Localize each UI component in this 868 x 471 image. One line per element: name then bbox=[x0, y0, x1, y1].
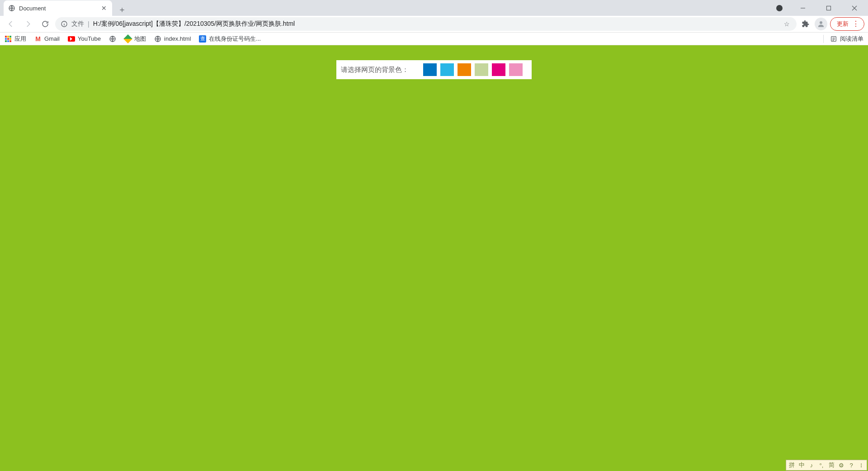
bookmark-label: 应用 bbox=[14, 35, 26, 43]
ime-item[interactable]: ⚙ bbox=[838, 462, 845, 469]
globe-icon bbox=[109, 35, 116, 43]
ime-item[interactable]: 中 bbox=[798, 461, 805, 469]
ime-item[interactable]: 简 bbox=[828, 461, 835, 469]
ime-item[interactable]: ⁞ bbox=[858, 462, 865, 469]
site-info-icon[interactable] bbox=[61, 20, 68, 28]
maps-icon bbox=[124, 35, 132, 43]
bookmark-label: 地图 bbox=[134, 35, 146, 43]
browser-tab-active[interactable]: Document ✕ bbox=[4, 0, 112, 16]
forward-button[interactable] bbox=[21, 17, 35, 31]
address-bar[interactable]: 文件 | H:/案例/06[javascript]【潘珠荧】/20210305/… bbox=[55, 17, 797, 31]
bookmark-label: YouTube bbox=[78, 35, 101, 42]
close-icon[interactable]: ✕ bbox=[100, 5, 108, 12]
globe-icon bbox=[154, 35, 161, 43]
toolbar: 文件 | H:/案例/06[javascript]【潘珠荧】/20210305/… bbox=[0, 16, 868, 33]
reload-button[interactable] bbox=[38, 17, 52, 31]
globe-icon bbox=[8, 5, 15, 12]
bookmark-generic-site[interactable] bbox=[109, 35, 116, 43]
update-button[interactable]: 更新 ⋮ bbox=[830, 17, 864, 31]
url-separator: | bbox=[88, 20, 90, 28]
minimize-button[interactable] bbox=[793, 2, 813, 14]
color-swatch-sky-blue[interactable] bbox=[440, 63, 454, 76]
bookmark-label: index.html bbox=[164, 35, 191, 42]
color-swatch-orange[interactable] bbox=[458, 63, 471, 76]
reading-list-label: 阅读清单 bbox=[840, 35, 863, 43]
ime-tray: 拼中♪°,简⚙?⁞ bbox=[786, 460, 867, 471]
ime-item[interactable]: °, bbox=[818, 462, 825, 469]
browser-chrome: Document ✕ ＋ bbox=[0, 0, 868, 45]
profile-avatar-icon[interactable] bbox=[815, 18, 827, 30]
ime-item[interactable]: ♪ bbox=[808, 462, 815, 469]
bookmark-label: 在线身份证号码生... bbox=[209, 35, 261, 43]
ime-item[interactable]: 拼 bbox=[788, 461, 795, 469]
color-swatch-blue[interactable] bbox=[423, 63, 437, 76]
tab-strip: Document ✕ ＋ bbox=[0, 0, 868, 16]
color-picker-panel: 请选择网页的背景色： bbox=[336, 60, 532, 79]
ime-item[interactable]: ? bbox=[848, 462, 855, 469]
bookmark-idgen[interactable]: 查 在线身份证号码生... bbox=[199, 35, 261, 43]
bookmark-youtube[interactable]: YouTube bbox=[68, 35, 101, 43]
cha-icon: 查 bbox=[199, 35, 206, 43]
close-window-button[interactable] bbox=[844, 2, 864, 14]
url-text: H:/案例/06[javascript]【潘珠荧】/20210305/网页换肤作… bbox=[93, 20, 778, 28]
bookmarks-bar: 应用 M Gmail YouTube 地图 index.html 查 在线身 bbox=[0, 33, 868, 45]
panel-label: 请选择网页的背景色： bbox=[341, 66, 409, 74]
account-indicator-icon[interactable] bbox=[776, 5, 783, 11]
color-swatch-magenta[interactable] bbox=[492, 63, 505, 76]
svg-point-8 bbox=[820, 21, 822, 24]
apps-grid-icon bbox=[5, 35, 12, 43]
tab-title: Document bbox=[19, 5, 97, 12]
bookmark-star-icon[interactable]: ☆ bbox=[782, 20, 791, 28]
color-swatch-pink[interactable] bbox=[509, 63, 523, 76]
bookmark-index[interactable]: index.html bbox=[154, 35, 191, 43]
extensions-icon[interactable] bbox=[799, 18, 812, 30]
youtube-icon bbox=[68, 35, 75, 43]
update-label: 更新 bbox=[837, 20, 849, 28]
page-viewport[interactable]: 请选择网页的背景色： bbox=[0, 45, 868, 471]
more-menu-icon[interactable]: ⋮ bbox=[852, 20, 859, 28]
bookmark-apps[interactable]: 应用 bbox=[5, 35, 26, 43]
maximize-button[interactable] bbox=[818, 2, 839, 14]
svg-rect-2 bbox=[826, 6, 830, 10]
gmail-icon: M bbox=[34, 35, 42, 43]
swatch-container bbox=[423, 63, 523, 76]
back-button[interactable] bbox=[4, 17, 18, 31]
url-scheme-label: 文件 bbox=[71, 20, 84, 28]
page-body: 请选择网页的背景色： bbox=[0, 45, 868, 471]
bookmark-gmail[interactable]: M Gmail bbox=[34, 35, 60, 43]
window-controls bbox=[776, 2, 864, 14]
bookmark-maps[interactable]: 地图 bbox=[124, 35, 146, 43]
color-swatch-light-olive[interactable] bbox=[475, 63, 488, 76]
reading-list-icon bbox=[830, 35, 837, 43]
reading-list-button[interactable]: 阅读清单 bbox=[823, 35, 863, 43]
new-tab-button[interactable]: ＋ bbox=[116, 3, 128, 16]
bookmark-label: Gmail bbox=[44, 35, 60, 42]
